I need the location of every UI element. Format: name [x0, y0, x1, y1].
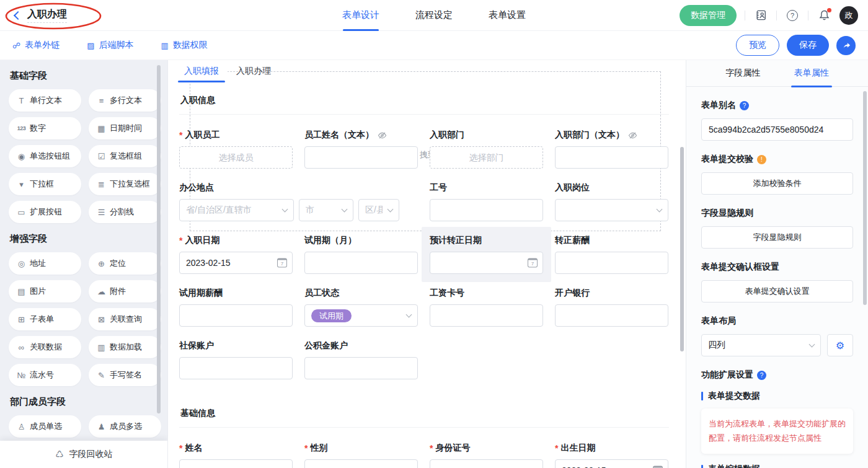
field-item-subform[interactable]: ⊞子表单 — [9, 308, 81, 330]
field-onboarding-department-text[interactable]: 入职部门（文本） — [555, 130, 668, 169]
tab-flow-setting[interactable]: 流程设定 — [415, 0, 453, 31]
field-employee-status[interactable]: 员工状态 试用期 — [304, 288, 418, 327]
field-item-linked-query[interactable]: ⊠关联查询 — [89, 308, 161, 330]
backend-script-link[interactable]: ▨ 后端脚本 — [87, 40, 133, 51]
field-probation-months[interactable]: 试用期（月） — [304, 235, 418, 274]
field-recycle-bin[interactable]: ♺ 字段回收站 — [0, 441, 167, 468]
field-onboarding-employee[interactable]: 入职员工 — [179, 130, 293, 169]
field-onboarding-department[interactable]: 拽到 入职部门 — [430, 130, 543, 169]
help-icon[interactable] — [757, 371, 766, 380]
tab-form-setting[interactable]: 表单设置 — [489, 0, 526, 31]
field-id-number[interactable]: 身份证号 — [430, 443, 543, 468]
field-expected-regular-date[interactable]: 预计转正日期 — [422, 227, 551, 282]
help-icon[interactable] — [740, 101, 749, 110]
text-input[interactable] — [304, 357, 418, 379]
canvas-tab-onboarding-fill[interactable]: 入职填报 — [175, 60, 228, 82]
canvas-scrollbar[interactable] — [680, 147, 684, 351]
avatar[interactable]: 政 — [839, 6, 858, 25]
calendar-icon[interactable] — [528, 258, 538, 268]
date-input[interactable] — [555, 459, 668, 468]
back-icon[interactable] — [14, 11, 22, 19]
field-employee-name-text[interactable]: 员工姓名（文本） — [304, 130, 418, 169]
contacts-icon[interactable] — [753, 8, 768, 23]
form-alias-input[interactable] — [701, 118, 853, 141]
field-item-member-multi[interactable]: ♟成员多选 — [89, 415, 161, 438]
share-button[interactable] — [836, 36, 856, 55]
field-item-dropdown[interactable]: ▾下拉框 — [9, 173, 81, 195]
form-external-link[interactable]: ☍ 表单外链 — [12, 40, 60, 51]
field-employee-id[interactable]: 工号 — [430, 182, 543, 221]
help-icon[interactable]: ? — [785, 8, 800, 23]
field-probation-salary[interactable]: 试用期薪酬 — [179, 288, 293, 327]
text-input[interactable] — [430, 304, 543, 327]
province-select[interactable]: 省/自治区/直辖市 — [179, 199, 294, 221]
field-item-signature[interactable]: ✎手写签名 — [89, 364, 161, 386]
date-input[interactable] — [179, 252, 293, 274]
field-office-location[interactable]: 办公地点 省/自治区/直辖市 市 区/县 — [179, 182, 418, 221]
field-salary-card[interactable]: 工资卡号 — [430, 288, 543, 327]
field-birth-date[interactable]: 出生日期 — [555, 443, 668, 468]
field-bank[interactable]: 开户银行 — [555, 288, 668, 327]
tab-form-properties[interactable]: 表单属性 — [794, 60, 829, 87]
field-item-multi-dropdown[interactable]: ≣下拉复选框 — [89, 173, 161, 195]
dept-picker-input[interactable] — [430, 146, 543, 169]
field-item-address[interactable]: ◎地址 — [9, 252, 81, 275]
tab-form-design[interactable]: 表单设计 — [342, 0, 379, 31]
field-name[interactable]: 姓名 — [179, 443, 293, 468]
save-button[interactable]: 保存 — [787, 35, 829, 56]
data-manage-button[interactable]: 数据管理 — [680, 5, 737, 26]
field-item-multi-text[interactable]: ≡多行文本 — [89, 89, 161, 112]
field-item-extend-button[interactable]: ▭扩展按钮 — [9, 201, 81, 223]
field-item-linked-data[interactable]: ∞关联数据 — [9, 336, 81, 358]
field-item-divider[interactable]: ☰分割线 — [89, 201, 161, 223]
field-onboarding-date[interactable]: 入职日期 — [179, 235, 293, 274]
district-select[interactable]: 区/县 — [358, 199, 399, 221]
add-validation-button[interactable]: 添加校验条件 — [701, 172, 853, 195]
field-item-serial-number[interactable]: №流水号 — [9, 364, 81, 386]
field-item-member-single[interactable]: ♙成员单选 — [9, 415, 81, 438]
city-select[interactable]: 市 — [299, 199, 353, 221]
layout-settings-button[interactable]: ⚙ — [827, 334, 853, 356]
position-select[interactable] — [555, 199, 668, 221]
canvas-tab-onboarding-process[interactable]: 入职办理 — [228, 60, 280, 82]
text-input[interactable] — [179, 459, 293, 468]
field-housing-fund[interactable]: 公积金账户 — [304, 340, 418, 379]
calendar-icon[interactable] — [653, 466, 663, 468]
field-item-datetime[interactable]: ▦日期时间 — [89, 117, 161, 139]
field-item-attachment[interactable]: ☁附件 — [89, 280, 161, 302]
field-onboarding-position[interactable]: 入职岗位 — [555, 182, 668, 221]
text-input[interactable] — [179, 357, 293, 379]
field-item-number[interactable]: 123数字 — [9, 117, 81, 139]
tab-field-properties[interactable]: 字段属性 — [725, 60, 760, 87]
text-input[interactable] — [304, 146, 418, 169]
field-gender[interactable]: 性别 — [304, 443, 418, 468]
preview-button[interactable]: 预览 — [736, 35, 779, 56]
member-picker-input[interactable] — [179, 146, 293, 169]
field-item-radio-group[interactable]: ◉单选按钮组 — [9, 145, 81, 167]
text-input[interactable] — [430, 459, 543, 468]
field-regular-salary[interactable]: 转正薪酬 — [555, 235, 668, 274]
layout-select[interactable]: 四列 — [701, 334, 821, 356]
calendar-icon[interactable] — [277, 258, 287, 268]
sidebar-scrollbar[interactable] — [157, 65, 161, 413]
text-input[interactable] — [555, 304, 668, 327]
submit-confirm-button[interactable]: 表单提交确认设置 — [701, 280, 853, 302]
field-social-security[interactable]: 社保账户 — [179, 340, 293, 379]
panel-scrollbar[interactable] — [863, 91, 867, 305]
field-visibility-button[interactable]: 字段显隐规则 — [701, 226, 853, 249]
field-item-image[interactable]: ▤图片 — [9, 280, 81, 302]
text-input[interactable] — [430, 199, 543, 221]
text-input[interactable] — [555, 146, 668, 169]
back-title-group[interactable]: 入职办理 — [15, 8, 67, 23]
warning-icon[interactable] — [757, 155, 766, 164]
field-item-data-load[interactable]: ▥数据加载 — [89, 336, 161, 358]
notification-bell-icon[interactable] — [817, 8, 831, 23]
data-permission-link[interactable]: ▥ 数据权限 — [161, 40, 207, 51]
gender-select[interactable] — [304, 459, 418, 468]
date-input[interactable] — [430, 252, 543, 274]
text-input[interactable] — [304, 252, 418, 274]
field-item-checkbox-group[interactable]: ☑复选框组 — [89, 145, 161, 167]
status-select[interactable]: 试用期 — [304, 304, 418, 327]
text-input[interactable] — [555, 252, 668, 274]
text-input[interactable] — [179, 304, 293, 327]
